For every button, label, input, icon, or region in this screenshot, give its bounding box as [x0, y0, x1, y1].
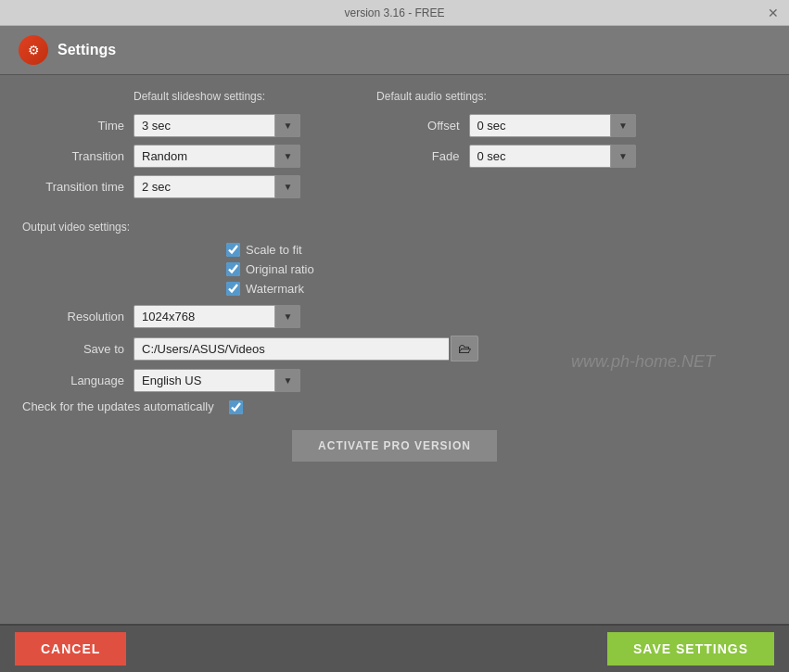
original-ratio-row: Original ratio: [226, 262, 767, 276]
language-label: Language: [22, 374, 134, 387]
scale-to-fit-row: Scale to fit: [226, 243, 767, 257]
settings-columns: Time 3 sec Transition Random: [22, 114, 767, 206]
slideshow-section-label: Default slideshow settings:: [134, 90, 265, 103]
content-area: Default slideshow settings: Default audi…: [0, 75, 789, 624]
output-section: Output video settings: Scale to fit Orig…: [22, 221, 767, 415]
fade-dropdown[interactable]: 0 sec: [469, 145, 636, 168]
resolution-dropdown[interactable]: 1024x768: [134, 305, 300, 328]
fade-dropdown-wrapper: 0 sec: [469, 145, 636, 168]
audio-column: Offset 0 sec Fade 0 sec: [395, 114, 768, 206]
save-to-wrapper: 🗁: [134, 336, 478, 361]
transition-time-dropdown[interactable]: 2 sec: [134, 175, 300, 198]
language-dropdown-wrapper: English US: [134, 369, 300, 392]
transition-dropdown[interactable]: Random: [134, 145, 300, 168]
resolution-label: Resolution: [22, 310, 134, 323]
resolution-row: Resolution 1024x768: [22, 305, 767, 328]
save-to-input[interactable]: [134, 337, 449, 361]
watermark-checkbox[interactable]: [226, 282, 240, 296]
cancel-button[interactable]: CANCEL: [15, 632, 126, 666]
original-ratio-label: Original ratio: [246, 262, 314, 276]
transition-row: Transition Random: [22, 145, 395, 168]
folder-button[interactable]: 🗁: [451, 336, 478, 361]
settings-icon: ⚙: [19, 35, 48, 65]
scale-to-fit-label: Scale to fit: [246, 243, 302, 257]
time-dropdown[interactable]: 3 sec: [134, 114, 300, 137]
time-label: Time: [22, 119, 134, 133]
title-bar-text: version 3.16 - FREE: [344, 6, 444, 19]
title-bar: version 3.16 - FREE ✕: [0, 0, 789, 26]
fade-row: Fade 0 sec: [395, 145, 768, 168]
save-to-label: Save to: [22, 342, 134, 356]
activate-pro-button[interactable]: ACTIVATE PRO VERSION: [292, 430, 497, 462]
settings-title: Settings: [57, 42, 116, 58]
audio-section-label: Default audio settings:: [376, 90, 487, 103]
time-dropdown-wrapper: 3 sec: [134, 114, 300, 137]
dialog: ⚙ Settings Default slideshow settings: D…: [0, 26, 789, 672]
language-row: Language English US: [22, 369, 767, 392]
check-updates-label: Check for the updates automatically: [22, 399, 223, 415]
original-ratio-checkbox[interactable]: [226, 262, 240, 276]
transition-time-row: Transition time 2 sec: [22, 175, 395, 198]
close-button[interactable]: ✕: [765, 5, 782, 21]
transition-time-dropdown-wrapper: 2 sec: [134, 175, 300, 198]
checkbox-group: Scale to fit Original ratio Watermark: [226, 243, 767, 296]
slideshow-column: Time 3 sec Transition Random: [22, 114, 395, 206]
language-dropdown[interactable]: English US: [134, 369, 300, 392]
offset-label: Offset: [395, 119, 469, 133]
save-settings-button[interactable]: SAVE SETTINGS: [607, 632, 774, 666]
resolution-dropdown-wrapper: 1024x768: [134, 305, 300, 328]
output-section-label: Output video settings:: [22, 221, 767, 234]
offset-row: Offset 0 sec: [395, 114, 768, 137]
transition-label: Transition: [22, 149, 134, 163]
transition-dropdown-wrapper: Random: [134, 145, 300, 168]
watermark-row: Watermark: [226, 282, 767, 296]
scale-to-fit-checkbox[interactable]: [226, 243, 240, 257]
fade-label: Fade: [395, 149, 469, 163]
section-labels-row: Default slideshow settings: Default audi…: [22, 90, 767, 103]
settings-header: ⚙ Settings: [0, 26, 789, 75]
offset-dropdown[interactable]: 0 sec: [469, 114, 636, 137]
time-row: Time 3 sec: [22, 114, 395, 137]
check-updates-checkbox[interactable]: [229, 400, 243, 414]
check-updates-row: Check for the updates automatically: [22, 399, 767, 415]
bottom-bar: CANCEL SAVE SETTINGS: [0, 624, 789, 672]
watermark-label: Watermark: [246, 282, 304, 296]
offset-dropdown-wrapper: 0 sec: [469, 114, 636, 137]
transition-time-label: Transition time: [22, 180, 134, 194]
save-to-row: Save to 🗁: [22, 336, 767, 361]
